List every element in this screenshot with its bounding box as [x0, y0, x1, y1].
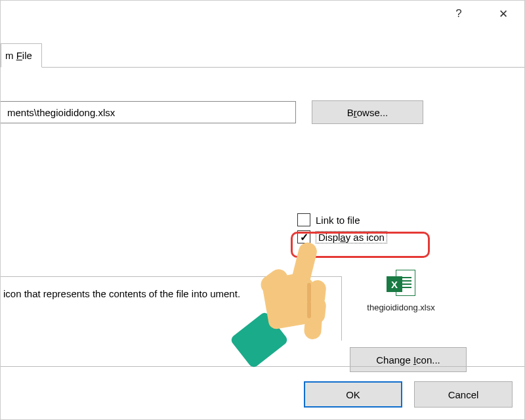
icon-caption: thegioididong.xlsx	[355, 303, 447, 312]
change-icon-button[interactable]: Change Icon...	[350, 347, 467, 372]
browse-button[interactable]: Browse...	[312, 100, 423, 124]
description-box: icon that represents the contents of the…	[1, 276, 342, 341]
tab-label-mnemonic: F	[16, 50, 22, 61]
tab-from-file[interactable]: m File	[1, 43, 42, 68]
description-text: icon that represents the contents of the…	[3, 288, 240, 299]
close-button[interactable]: ✕	[490, 7, 516, 21]
icon-preview: X thegioididong.xlsx	[355, 270, 447, 312]
tab-label-prefix: m	[5, 50, 16, 61]
display-as-icon-checkbox[interactable]	[297, 230, 310, 243]
ok-button[interactable]: OK	[304, 381, 402, 408]
file-path-input[interactable]	[1, 101, 296, 123]
separator	[1, 366, 524, 367]
cancel-button[interactable]: Cancel	[414, 381, 513, 408]
link-to-file-label: Link to file	[316, 215, 360, 226]
options-group: Link to file Display as icon	[297, 213, 387, 247]
tab-strip: m File	[1, 40, 524, 68]
help-button[interactable]: ?	[446, 7, 472, 20]
excel-file-icon: X	[387, 270, 415, 299]
tab-label-suffix: ile	[22, 50, 32, 61]
link-to-file-checkbox[interactable]	[297, 213, 310, 226]
dialog-buttons: OK Cancel	[304, 381, 513, 408]
display-as-icon-label: Display as icon	[316, 231, 387, 243]
